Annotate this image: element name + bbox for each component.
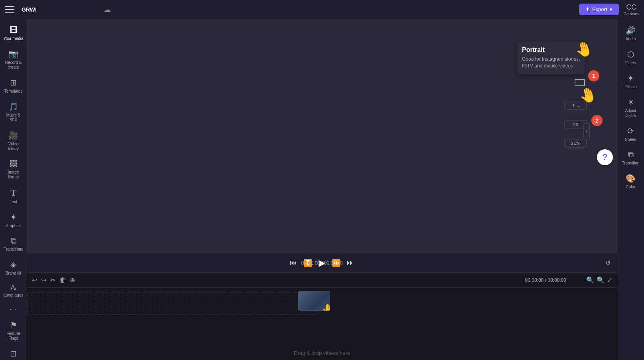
sidebar-item-label-audio: Audio <box>626 37 636 42</box>
topbar: ☁ ⬆ Export ▾ CC Captions <box>0 0 644 19</box>
hamburger-menu[interactable] <box>5 5 14 14</box>
cut-button[interactable]: ✂ <box>50 276 55 284</box>
sidebar-item-languages[interactable]: Aᵢ Languages <box>2 281 26 301</box>
video-library-icon: 🎥 <box>8 131 18 140</box>
sidebar-item-image-library[interactable]: 🖼 Imagelibrary <box>2 156 26 183</box>
templates-icon: ⊞ <box>10 78 17 87</box>
transitions-icon: ⧉ <box>11 236 16 245</box>
adjust-colors-icon: ☀ <box>627 97 634 107</box>
languages-icon: Aᵢ <box>11 284 16 291</box>
sidebar-item-label-filters: Filters <box>625 61 636 65</box>
sidebar-item-your-media[interactable]: 🎞 Your media <box>2 22 26 44</box>
add-media-button[interactable]: ⊕ <box>70 276 75 284</box>
project-title-input[interactable] <box>18 5 100 14</box>
help-button[interactable]: ? <box>597 149 613 165</box>
waveform-pattern <box>28 293 318 314</box>
captions-button[interactable]: CC Captions <box>624 3 639 16</box>
redo-button[interactable]: ↪ <box>41 276 46 284</box>
timeline-toolbar: ↩ ↪ ✂ 🗑 ⊕ 00:00:00 / 00:00:00 🔍 🔍 ⤢ <box>27 273 617 288</box>
sidebar-item-text[interactable]: T Text <box>2 184 26 208</box>
sidebar-item-label-templates: Templates <box>4 89 23 94</box>
left-sidebar: 🎞 Your media 📷 Record &create ⊞ Template… <box>0 19 27 360</box>
sidebar-item-video-library[interactable]: 🎥 Video library <box>2 127 26 154</box>
sidebar-item-label-record-create: Record &create <box>5 60 22 70</box>
export-chevron-icon: ▾ <box>610 6 612 12</box>
audio-icon: 🔊 <box>626 26 636 35</box>
sidebar-item-label-transitions: Transitions <box>4 247 23 252</box>
undo-button[interactable]: ↩ <box>32 276 37 284</box>
cloud-save-icon: ☁ <box>104 5 111 14</box>
timeline-time-display: 00:00:00 / 00:00:00 <box>525 277 566 283</box>
sidebar-item-label-effects: Effects <box>624 85 636 89</box>
sidebar-item-transition[interactable]: ⧉ Transition <box>619 147 643 169</box>
sidebar-item-brand-kit[interactable]: ◈ Brand kit <box>2 257 26 279</box>
sidebar-item-graphics[interactable]: ✦ Graphics <box>2 209 26 231</box>
sidebar-item-version[interactable]: ⊡ Versionf06ba3c <box>2 346 26 360</box>
sidebar-item-filters[interactable]: ⬡ Filters <box>619 46 643 69</box>
sidebar-item-feature-flags[interactable]: ⚑ FeatureFlags <box>2 317 26 344</box>
zoom-out-button[interactable]: 🔍 <box>586 276 594 284</box>
sidebar-item-label-transition: Transition <box>622 161 640 166</box>
timeline-content[interactable]: 🤚 Drag & drop videos here <box>27 288 617 360</box>
aspect-panel-description: Good for Instagram stories, IGTV and mob… <box>522 56 580 69</box>
sidebar-item-color[interactable]: 🎨 Color <box>619 170 643 193</box>
graphics-icon: ✦ <box>10 212 17 222</box>
timeline-clip[interactable]: 🤚 <box>298 291 330 311</box>
sidebar-item-label-speed: Speed <box>625 137 636 142</box>
drag-drop-label: Drag & drop videos here <box>27 350 617 356</box>
fit-to-window-button[interactable]: ⤢ <box>607 276 612 284</box>
sidebar-item-label-graphics: Graphics <box>5 224 21 228</box>
music-sfx-icon: 🎵 <box>8 102 18 111</box>
sidebar-item-templates[interactable]: ⊞ Templates <box>2 75 26 97</box>
sidebar-item-label-your-media: Your media <box>3 36 23 41</box>
aspect-panel-title: Portrait <box>522 46 580 53</box>
sidebar-item-transitions[interactable]: ⧉ Transitions <box>2 233 26 255</box>
landscape-aspect-icon <box>575 79 585 86</box>
aspect-ratio-21-9[interactable]: 21:9 <box>564 139 587 148</box>
sidebar-item-label-feature-flags: FeatureFlags <box>6 331 20 341</box>
your-media-icon: 🎞 <box>10 26 18 35</box>
canvas-area: Portrait Good for Instagram stories, IGT… <box>27 19 617 253</box>
refresh-button[interactable]: ↺ <box>605 259 611 267</box>
sidebar-item-audio[interactable]: 🔊 Audio <box>619 22 643 45</box>
sidebar-item-effects[interactable]: ✦ Effects <box>619 70 643 93</box>
aspect-ratio-panel: Portrait Good for Instagram stories, IGT… <box>517 42 585 74</box>
more-icon: ··· <box>10 306 17 312</box>
sidebar-item-label-adjust-colors: Adjustcolors <box>625 109 636 118</box>
captions-icon: CC <box>626 3 636 12</box>
topbar-left: ☁ <box>5 5 111 14</box>
right-sidebar: 🔊 Audio ⬡ Filters ✦ Effects ☀ Adjustcolo… <box>617 19 644 360</box>
sidebar-item-label-video-library: Video library <box>3 142 24 151</box>
export-icon: ⬆ <box>585 6 590 12</box>
record-create-icon: 📷 <box>8 49 18 59</box>
zoom-in-button[interactable]: 🔍 <box>597 276 605 284</box>
effects-icon: ✦ <box>627 73 634 83</box>
sidebar-item-music-sfx[interactable]: 🎵 Music & SFX <box>2 99 26 126</box>
zoom-controls: 🔍 🔍 ⤢ <box>586 276 612 284</box>
sidebar-item-label-brand-kit: Brand kit <box>6 271 21 276</box>
delete-button[interactable]: 🗑 <box>59 277 66 284</box>
sidebar-item-speed[interactable]: ⟳ Speed <box>619 123 643 145</box>
sidebar-item-more[interactable]: ··· <box>2 303 26 315</box>
filters-icon: ⬡ <box>627 49 634 59</box>
sidebar-item-record-create[interactable]: 📷 Record &create <box>2 46 26 73</box>
sidebar-item-adjust-colors[interactable]: ☀ Adjustcolors <box>619 94 643 121</box>
brand-kit-icon: ◈ <box>10 260 16 269</box>
skip-to-end-button[interactable]: ⏭ <box>347 259 354 267</box>
transition-icon: ⧉ <box>628 150 634 159</box>
main-area: 🎞 Your media 📷 Record &create ⊞ Template… <box>0 19 644 360</box>
image-library-icon: 🖼 <box>10 159 18 168</box>
export-button[interactable]: ⬆ Export ▾ <box>579 4 619 15</box>
sidebar-item-label-image-library: Imagelibrary <box>8 170 19 180</box>
speed-icon: ⟳ <box>627 126 634 136</box>
aspect-ratio-4[interactable]: 4:... <box>564 101 587 110</box>
timeline-main-track[interactable] <box>27 293 318 315</box>
time-display: 00:00:00 / 00:00:00 <box>301 260 343 266</box>
skip-to-start-button[interactable]: ⏮ <box>290 259 297 267</box>
color-icon: 🎨 <box>626 174 636 183</box>
topbar-right: ⬆ Export ▾ CC Captions <box>579 3 639 16</box>
collapse-right-panel[interactable]: ‹ <box>583 123 590 139</box>
playback-controls: ⏮ ⏬ ▶ ⏩ ⏭ 00:00:00 / 00:00:00 ↺ <box>27 253 617 272</box>
export-label: Export <box>592 6 607 12</box>
version-icon: ⊡ <box>10 349 17 358</box>
